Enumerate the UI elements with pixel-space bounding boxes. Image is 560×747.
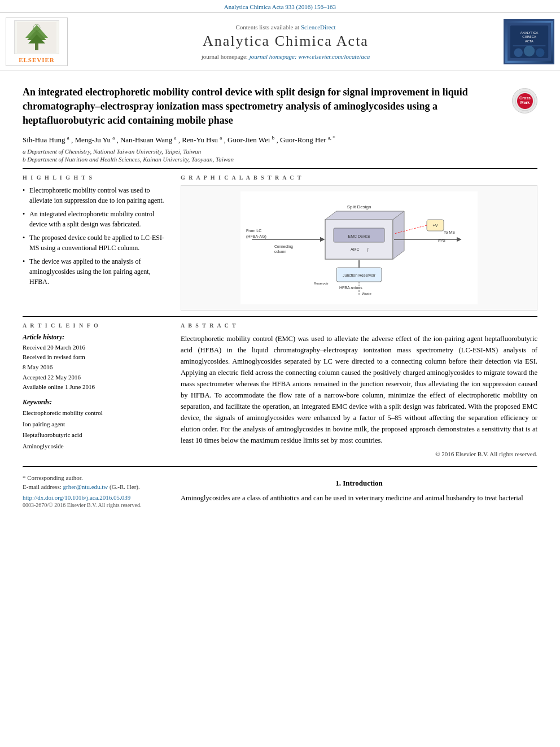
contents-text: Contents lists available at: [235, 24, 300, 30]
svg-text:Mark: Mark: [520, 101, 529, 104]
doi-text: http://dx.doi.org/10.1016/j.aca.2016.05.…: [23, 494, 169, 501]
author-separator-1: , Meng-Ju Yu: [71, 136, 112, 144]
svg-text:ESI: ESI: [438, 238, 445, 243]
article-container: An integrated electrophoretic mobility c…: [0, 71, 560, 519]
author-separator-3: , Ren-Yu Hsu: [178, 136, 220, 144]
keyword-2: Ion pairing agent: [23, 419, 169, 430]
info-abstract-section: A R T I C L E I N F O Article history: R…: [23, 322, 537, 457]
citation-text: Analytica Chimica Acta 933 (2016) 156–16…: [224, 3, 336, 10]
contents-line: Contents lists available at ScienceDirec…: [235, 24, 335, 30]
svg-text:Connecting: Connecting: [274, 244, 293, 249]
elsevier-tree-graphic: [14, 20, 59, 54]
author-sup-a5: a, *: [328, 135, 335, 141]
abstract-header: A B S T R A C T: [181, 322, 537, 329]
revised-label-text: Received in revised form: [23, 352, 169, 362]
revised-date-text: 8 May 2016: [23, 362, 169, 373]
main-divider: [23, 168, 537, 169]
svg-text:Cross: Cross: [519, 96, 531, 100]
svg-text:Split Design: Split Design: [347, 204, 371, 209]
svg-text:EMC Device: EMC Device: [348, 234, 370, 238]
svg-text:ACTA: ACTA: [525, 40, 533, 43]
svg-marker-22: [393, 211, 404, 259]
svg-text:From LC: From LC: [246, 229, 261, 233]
copyright-line: © 2016 Elsevier B.V. All rights reserved…: [181, 451, 537, 457]
svg-text:CHIMICA: CHIMICA: [522, 35, 536, 38]
svg-marker-21: [325, 211, 404, 220]
article-title-section: An integrated electrophoretic mobility c…: [23, 85, 537, 128]
corresponding-label: * Corresponding author.: [23, 474, 83, 481]
author-separator-5: , Guor-Rong Her: [276, 136, 327, 144]
article-history-block: Article history: Received 20 March 2016 …: [23, 333, 169, 392]
author-sup-a2: a: [112, 135, 115, 141]
graphical-abstract-header: G R A P H I C A L A B S T R A C T: [181, 174, 537, 181]
accepted-text: Accepted 22 May 2016: [23, 373, 169, 383]
bottom-divider: [23, 466, 537, 468]
keyword-3: Heptafluorobutyric acid: [23, 430, 169, 441]
second-divider: [23, 316, 537, 317]
abstract-text: Electrophoretic mobility control (EMC) w…: [181, 333, 537, 446]
author-sup-a1: a: [67, 135, 69, 141]
highlights-header: H I G H L I G H T S: [23, 174, 169, 181]
svg-text:(HFBA-AG): (HFBA-AG): [246, 234, 266, 239]
graphical-abstract-box: EMC Device Split Design From LC (HFBA-AG…: [181, 185, 537, 311]
keywords-list: Electrophoretic mobility control Ion pai…: [23, 408, 169, 452]
sciencedirect-link[interactable]: ScienceDirect: [301, 24, 336, 30]
journal-header: ELSEVIER Contents lists available at Sci…: [0, 12, 560, 71]
intro-text: Aminoglycosides are a class of antibioti…: [181, 492, 537, 504]
footnote-section: * Corresponding author. E-mail address: …: [23, 473, 537, 508]
article-info-header: A R T I C L E I N F O: [23, 322, 169, 329]
available-text: Available online 1 June 2016: [23, 382, 169, 392]
svg-point-12: [514, 49, 522, 57]
email-label: E-mail address:: [23, 483, 62, 490]
highlights-graphical-section: H I G H L I G H T S Electrophoretic mobi…: [23, 174, 537, 311]
author-sup-a4: a: [220, 135, 222, 141]
email-suffix: (G.-R. Her).: [110, 483, 140, 490]
crossmark-badge[interactable]: Cross Mark: [512, 88, 537, 113]
footnote-left: * Corresponding author. E-mail address: …: [23, 473, 169, 508]
authors-line: Sih-Hua Hung a , Meng-Ju Yu a , Nan-Hsua…: [23, 135, 537, 145]
article-info-column: A R T I C L E I N F O Article history: R…: [23, 322, 169, 457]
journal-header-center: Contents lists available at ScienceDirec…: [73, 24, 498, 60]
introduction-section: 1. Introduction Aminoglycosides are a cl…: [181, 473, 537, 508]
author-sup-a3: a: [174, 135, 176, 141]
journal-title: Analytica Chimica Acta: [203, 33, 369, 50]
journal-thumbnail: ANALYTICA CHIMICA ACTA: [504, 19, 554, 64]
svg-point-14: [536, 49, 544, 57]
highlight-item-1: Electrophoretic mobility control was use…: [23, 185, 169, 206]
received-text: Received 20 March 2016: [23, 343, 169, 353]
keywords-block: Keywords: Electrophoretic mobility contr…: [23, 398, 169, 452]
author-separator-4: , Guor-Jien Wei: [224, 136, 272, 144]
history-label: Article history:: [23, 333, 169, 342]
graphical-abstract-column: G R A P H I C A L A B S T R A C T: [181, 174, 537, 311]
svg-text:Waste: Waste: [362, 292, 371, 295]
highlight-item-4: The device was applied to the analysis o…: [23, 256, 169, 287]
author-separator-2: , Nan-Hsuan Wang: [116, 136, 174, 144]
highlights-list: Electrophoretic mobility control was use…: [23, 185, 169, 287]
highlights-column: H I G H L I G H T S Electrophoretic mobi…: [23, 174, 169, 311]
svg-text:Reservoir: Reservoir: [314, 282, 329, 285]
article-title: An integrated electrophoretic mobility c…: [23, 85, 506, 128]
svg-rect-1: [35, 43, 38, 50]
elsevier-logo: ELSEVIER: [6, 18, 68, 66]
keyword-4: Aminoglycoside: [23, 441, 169, 452]
issn-text: 0003-2670/© 2016 Elsevier B.V. All right…: [23, 502, 169, 508]
homepage-link[interactable]: journal homepage: www.elsevier.com/locat…: [250, 53, 370, 60]
citation-bar: Analytica Chimica Acta 933 (2016) 156–16…: [0, 0, 560, 12]
corresponding-text: * Corresponding author.: [23, 473, 169, 483]
authors-text: Sih-Hua Hung: [23, 136, 67, 144]
homepage-prefix: journal homepage:: [202, 53, 250, 60]
doi-link[interactable]: http://dx.doi.org/10.1016/j.aca.2016.05.…: [23, 494, 130, 501]
svg-point-13: [523, 46, 534, 56]
author-sup-b: b: [272, 135, 275, 141]
keywords-label: Keywords:: [23, 398, 169, 407]
graphical-abstract-svg: EMC Device Split Design From LC (HFBA-AG…: [240, 191, 478, 304]
svg-text:AMC: AMC: [351, 247, 360, 251]
journal-cover-image: ANALYTICA CHIMICA ACTA: [505, 21, 553, 63]
keyword-1: Electrophoretic mobility control: [23, 408, 169, 419]
abstract-column: A B S T R A C T Electrophoretic mobility…: [181, 322, 537, 457]
svg-text:To MS: To MS: [444, 230, 455, 234]
email-link[interactable]: grher@ntu.edu.tw: [63, 483, 108, 490]
svg-text:Junction Reservoir: Junction Reservoir: [343, 273, 376, 277]
homepage-line: journal homepage: journal homepage: www.…: [202, 53, 370, 60]
affiliation-a: a Department of Chemistry, National Taiw…: [23, 148, 537, 155]
